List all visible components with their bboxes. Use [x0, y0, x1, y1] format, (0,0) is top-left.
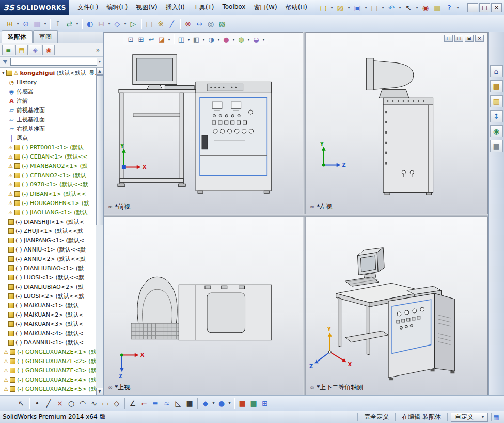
tree-item[interactable]: (-) DAANNIU<1> (默认<: [0, 338, 96, 347]
menu-view[interactable]: 视图(V): [132, 1, 162, 14]
bill-of-materials-icon[interactable]: ▤: [144, 18, 155, 29]
view-settings-icon[interactable]: ◒: [251, 34, 261, 44]
custom-properties-icon[interactable]: ▦: [490, 140, 503, 152]
scrollbar-thumb[interactable]: [96, 75, 103, 225]
view-orientation-icon-dropdown[interactable]: ▾: [186, 37, 191, 42]
viewport-two-view-button[interactable]: ◫: [454, 35, 463, 42]
convert-entities-icon[interactable]: ≡: [150, 398, 161, 409]
appearances-scenes-icon[interactable]: ◉: [490, 125, 503, 137]
tree-item[interactable]: (-) ANNIU<1> (默认<<默: [0, 245, 96, 254]
spline-tool-icon[interactable]: ∿: [88, 398, 100, 409]
minimize-button[interactable]: –: [467, 3, 478, 12]
section-grid-icon[interactable]: ▦: [237, 398, 248, 409]
section-view-icon[interactable]: ◪: [156, 34, 167, 44]
tree-item[interactable]: ⚠(-) GONGLUXUANZE<4> (默: [0, 375, 96, 384]
save-icon-dropdown[interactable]: ▾: [364, 5, 368, 10]
move-component-icon[interactable]: ⇄: [64, 18, 75, 29]
viewport-left[interactable]: Y Z ∞ *左视: [306, 32, 488, 214]
tree-scrollbar[interactable]: ▲ ▼: [96, 68, 103, 395]
toolbar-overflow-chevron[interactable]: »: [94, 46, 101, 54]
menu-insert[interactable]: 插入(I): [162, 1, 189, 14]
new-document-icon-dropdown[interactable]: ▾: [329, 5, 334, 10]
display-style-icon[interactable]: ◧: [191, 34, 201, 44]
viewport-top[interactable]: X Z ∞ *上视: [104, 217, 303, 395]
viewport-splitter-vertical[interactable]: [303, 32, 306, 395]
undo-icon[interactable]: ↶: [386, 2, 397, 13]
apply-scene-icon-dropdown[interactable]: ▾: [246, 37, 251, 42]
help-icon-dropdown[interactable]: ▾: [455, 5, 460, 10]
filter-dropdown-icon[interactable]: ▾: [99, 59, 102, 64]
tree-item[interactable]: (-) DIANLIUBIAO<1> (默: [0, 263, 96, 273]
erase-tool-icon[interactable]: ×: [54, 398, 66, 409]
viewport-single-button[interactable]: ◻: [444, 35, 453, 42]
zoom-to-fit-icon[interactable]: ⊡: [125, 34, 136, 44]
tree-item[interactable]: ⚠(-) GONGLUXUANZE<5> (默: [0, 384, 96, 394]
configurationmanager-tab[interactable]: ◈: [29, 45, 41, 55]
status-grid-icon[interactable]: ▦: [492, 413, 501, 422]
rebuild-icon[interactable]: ◉: [420, 2, 431, 13]
explode-line-sketch-icon[interactable]: ╱: [166, 18, 178, 29]
expander-icon[interactable]: ▾: [2, 70, 5, 75]
maximize-button[interactable]: □: [479, 3, 490, 12]
tree-item[interactable]: (-) ZHUJI<1> (默认<<默: [0, 226, 96, 236]
measure-tool-icon[interactable]: ▤: [248, 398, 259, 409]
tree-item[interactable]: ⚠(-) GONGLUXUANZE<2> (默: [0, 356, 96, 366]
reference-geometry-icon[interactable]: ◇: [112, 18, 123, 29]
tree-item[interactable]: (-) MAIKUAN<2> (默认<: [0, 310, 96, 319]
tree-item[interactable]: ◔History: [0, 77, 96, 87]
tree-item[interactable]: A注解: [0, 96, 96, 105]
insert-components-icon-dropdown[interactable]: ▾: [15, 21, 20, 26]
file-properties-icon[interactable]: ▥: [432, 2, 443, 13]
tree-item[interactable]: ⚠(-) CEBAN<1> (默认<<: [0, 152, 96, 161]
viewport-four-view-button[interactable]: ⊞: [465, 35, 474, 42]
undo-icon-dropdown[interactable]: ▾: [398, 5, 402, 10]
menu-file[interactable]: 文件(F): [73, 1, 102, 14]
tree-item[interactable]: ⚠(-) HOUKAOBEN<1> (默: [0, 198, 96, 208]
featuremanager-tree-tab[interactable]: ≡: [2, 45, 14, 55]
select-icon[interactable]: ↖: [403, 2, 414, 13]
viewport-splitter-horizontal[interactable]: [104, 214, 488, 217]
display-style-icon-dropdown[interactable]: ▾: [201, 37, 206, 42]
tree-item[interactable]: ▱前视基准面: [0, 105, 96, 115]
tree-item[interactable]: ⚠(-) MIANBANO2<1> (默: [0, 161, 96, 170]
tree-item[interactable]: (-) LUOSI<2> (默认<<默: [0, 291, 96, 301]
isometric-view-icon-dropdown[interactable]: ▾: [211, 401, 216, 405]
solidworks-resources-icon[interactable]: ⌂: [490, 65, 503, 77]
scroll-up-button[interactable]: ▲: [96, 68, 103, 75]
tree-item[interactable]: (-) MAIKUAN<1> (默认: [0, 301, 96, 310]
previous-view-icon[interactable]: ↩: [146, 34, 156, 44]
tree-item[interactable]: (-) ANNIU<2> (默认<<默: [0, 254, 96, 263]
select-icon-dropdown[interactable]: ▾: [415, 5, 419, 10]
exploded-view-icon[interactable]: ※: [155, 18, 166, 29]
tree-item[interactable]: (-) JIANPANG<1> (默认<: [0, 236, 96, 245]
design-library-icon[interactable]: ▤: [490, 80, 503, 92]
propertymanager-tab[interactable]: ▤: [15, 45, 28, 55]
isometric-view-icon[interactable]: ◆: [200, 398, 211, 409]
section-view-icon-dropdown[interactable]: ▾: [167, 37, 171, 42]
tree-item[interactable]: ⚠(-) JIAOLIANG<1> (默认: [0, 208, 96, 217]
assembly-features-icon[interactable]: ⊟: [96, 18, 107, 29]
new-motion-study-icon[interactable]: ▷: [128, 18, 139, 29]
menu-toolbox[interactable]: Toolbox: [218, 1, 249, 14]
display-style-icon[interactable]: ●: [216, 398, 227, 409]
smart-dimension-icon[interactable]: ∠: [127, 398, 138, 409]
view-orientation-icon[interactable]: ◫: [176, 34, 186, 44]
tree-item[interactable]: (-) DIANSHIJI<1> (默认<: [0, 217, 96, 226]
tree-item[interactable]: ⚠(-) GONGLUXUANZE<3> (默: [0, 366, 96, 375]
polygon-tool-icon[interactable]: ◇: [111, 398, 122, 409]
arc-tool-icon[interactable]: ◠: [77, 398, 88, 409]
line-tool-icon[interactable]: ╱: [43, 398, 54, 409]
tree-item[interactable]: ⚠(-) CEBANO2<1> (默认: [0, 170, 96, 180]
trim-entities-icon[interactable]: ⌐: [138, 398, 150, 409]
clearance-verification-icon[interactable]: ↔: [194, 18, 205, 29]
interference-detection-icon[interactable]: ⊗: [182, 18, 194, 29]
display-style-icon-dropdown[interactable]: ▾: [227, 401, 232, 405]
edit-appearance-icon[interactable]: ●: [221, 34, 231, 44]
tree-item[interactable]: ⚠(-) PRT0001<1> (默认: [0, 143, 96, 152]
file-explorer-icon[interactable]: ▥: [490, 95, 503, 107]
menu-help[interactable]: 帮助(H): [281, 1, 311, 14]
tree-item[interactable]: (-) MAIKUAN<4> (默认<: [0, 328, 96, 338]
offset-entities-icon[interactable]: ≈: [161, 398, 172, 409]
tab-sketch[interactable]: 草图: [33, 30, 58, 43]
tree-root-item[interactable]: ▾ ⚠ kongzhigui (默认<默认_显...: [0, 68, 96, 77]
